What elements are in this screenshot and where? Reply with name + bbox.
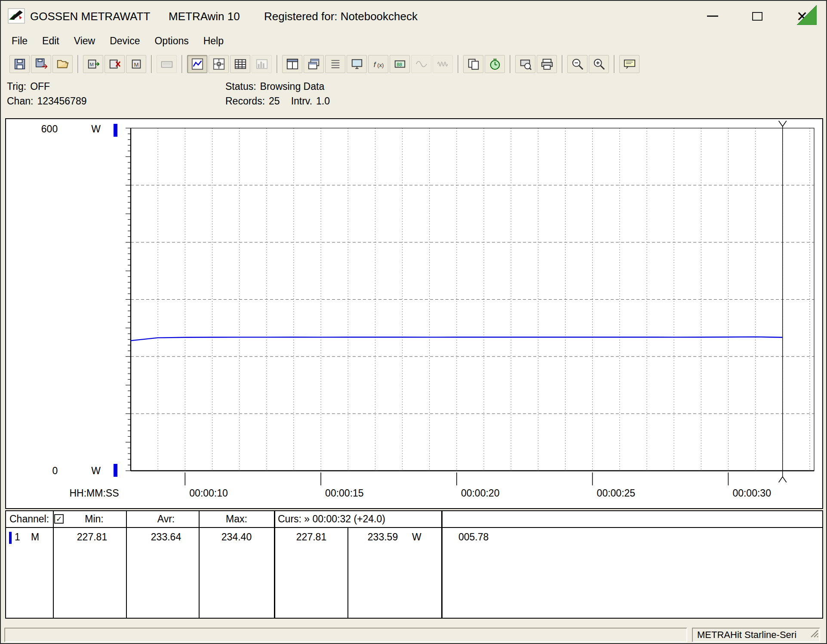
svg-text:f: f <box>373 61 376 69</box>
title-bar: GOSSEN METRAWATT METRAwin 10 Registered … <box>1 1 826 31</box>
window-cascade-icon <box>307 58 320 71</box>
numeric-display-button <box>157 55 177 73</box>
zoom-out-icon <box>571 58 584 71</box>
svg-text:(x): (x) <box>377 62 384 68</box>
trigger-status: Trig:OFF <box>7 81 50 92</box>
zoom-in-button[interactable] <box>589 55 609 73</box>
device-m-icon: M <box>130 58 143 71</box>
timer-icon <box>489 58 501 71</box>
corner-triangle-icon <box>797 5 817 27</box>
zoom-out-button[interactable] <box>567 55 587 73</box>
copy-icon <box>467 58 480 71</box>
avr-value: 233.64 <box>151 531 181 543</box>
keyboard-icon <box>160 58 173 71</box>
channel-color-marker <box>9 532 12 544</box>
channel-mode: M <box>31 531 39 543</box>
chan-value: 123456789 <box>37 95 86 107</box>
table-icon <box>234 58 247 71</box>
display-icon: 88 <box>394 58 406 71</box>
print-preview-button[interactable] <box>515 55 535 73</box>
xy-view-button[interactable] <box>209 55 229 73</box>
app-window: GOSSEN METRAWATT METRAwin 10 Registered … <box>0 0 827 644</box>
trig-value: OFF <box>30 81 50 92</box>
toolbar-separator <box>562 55 563 73</box>
svg-text:HH:MM:SS: HH:MM:SS <box>70 488 119 499</box>
lcd-display-button[interactable]: 88 <box>390 55 410 73</box>
menu-item-help[interactable]: Help <box>196 33 231 49</box>
menu-item-edit[interactable]: Edit <box>35 33 67 49</box>
menu-item-view[interactable]: View <box>67 33 102 49</box>
channel-visibility-checkbox[interactable]: ✓ <box>54 514 64 524</box>
save-button[interactable] <box>9 55 30 73</box>
menu-item-device[interactable]: Device <box>102 33 147 49</box>
bar-view-button <box>252 55 272 73</box>
records-value: 25 <box>269 95 280 107</box>
open-button[interactable] <box>52 55 73 73</box>
status-bar: METRAHit Starline-Seri <box>1 626 826 644</box>
folder-open-icon <box>56 58 69 71</box>
svg-text:00:00:10: 00:00:10 <box>189 488 228 499</box>
print-button[interactable] <box>537 55 557 73</box>
menu-item-file[interactable]: File <box>4 33 35 49</box>
split-window-button[interactable] <box>282 55 302 73</box>
toolbar-separator <box>151 55 152 73</box>
menu-item-options[interactable]: Options <box>147 33 196 49</box>
annotation-button[interactable] <box>619 55 639 73</box>
col-header-channel: Channel: <box>9 513 49 525</box>
cascade-window-button[interactable] <box>304 55 324 73</box>
read-from-device-button[interactable]: M <box>83 55 103 73</box>
minimize-icon <box>707 15 718 17</box>
analog-wave-button <box>411 55 431 73</box>
svg-text:88: 88 <box>397 62 402 67</box>
svg-text:M: M <box>134 61 138 68</box>
power-chart[interactable]: 00:00:1000:00:1500:00:2000:00:2500:00:30… <box>6 119 822 508</box>
records-label: Records: <box>225 95 265 107</box>
line-chart-icon <box>191 58 204 71</box>
formula-button[interactable]: f(x) <box>368 55 388 73</box>
wave-dense-icon <box>437 58 449 71</box>
toolbar: MMf(x)88 <box>1 51 826 77</box>
gauge-icon <box>255 58 268 71</box>
max-value: 234.40 <box>221 531 252 543</box>
svg-text:00:00:25: 00:00:25 <box>597 488 636 499</box>
table-header-divider <box>6 527 822 528</box>
wave-icon <box>415 58 428 71</box>
cursor-delta-value: 005.78 <box>458 531 489 543</box>
timer-button[interactable] <box>485 55 505 73</box>
svg-text:00:00:15: 00:00:15 <box>325 488 364 499</box>
clear-device-memory-button[interactable] <box>105 55 125 73</box>
device-name: METRAHit Starline-Seri <box>697 629 796 640</box>
resize-grip-icon[interactable] <box>809 628 819 641</box>
monitor-button[interactable] <box>347 55 367 73</box>
titlebar-brand: GOSSEN METRAWATT <box>30 9 150 23</box>
acquisition-status-panel: Trig:OFF Chan:123456789 Status:Browsing … <box>1 77 826 118</box>
toolbar-separator <box>510 55 511 73</box>
interval-label: Intrv. <box>291 95 312 107</box>
titlebar-app-name: METRAwin 10 <box>169 9 240 23</box>
maximize-button[interactable] <box>735 1 780 31</box>
device-memory-button[interactable]: M <box>126 55 146 73</box>
svg-text:0: 0 <box>52 465 58 476</box>
yt-chart-view-button[interactable] <box>187 55 207 73</box>
monitor-icon <box>350 58 363 71</box>
channel-setup-button[interactable] <box>325 55 345 73</box>
svg-text:W: W <box>91 465 101 476</box>
svg-text:00:00:30: 00:00:30 <box>732 488 771 499</box>
zoom-in-icon <box>593 58 606 71</box>
save-as-button[interactable] <box>31 55 51 73</box>
col-header-avr: Avr: <box>157 513 175 525</box>
maximize-icon <box>752 12 762 21</box>
toolbar-separator <box>277 55 278 73</box>
table-view-button[interactable] <box>230 55 250 73</box>
interval-value: 1.0 <box>316 95 330 107</box>
status-label: Status: <box>225 81 256 92</box>
table-divider <box>347 528 348 618</box>
col-header-cursor: Curs: » 00:00:32 (+24.0) <box>278 513 385 525</box>
note-icon <box>623 58 636 71</box>
copy-chart-button[interactable] <box>463 55 483 73</box>
crosshair-icon <box>212 58 225 71</box>
records-status: Records:25Intrv.1.0 <box>225 95 330 107</box>
minimize-button[interactable] <box>690 1 735 31</box>
printer-icon <box>541 58 553 71</box>
statusbar-device-area: METRAHit Starline-Seri <box>692 628 820 642</box>
